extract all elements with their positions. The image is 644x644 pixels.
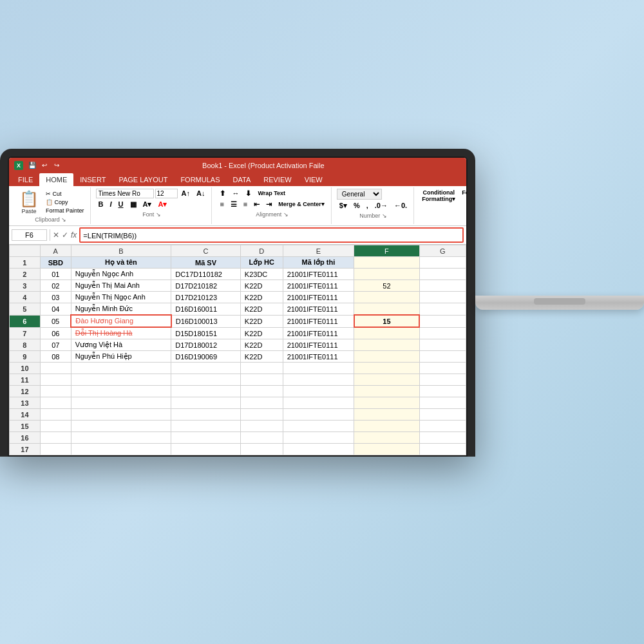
border-button[interactable]: ▦ (128, 200, 139, 209)
cell-d7[interactable]: K22D (240, 327, 283, 339)
cell-b5[interactable]: Nguyễn Minh Đức (71, 303, 171, 316)
col-header-e[interactable]: E (283, 245, 354, 257)
align-bottom-btn[interactable]: ⬇ (243, 189, 254, 198)
cell-g7[interactable] (419, 327, 466, 339)
bold-button[interactable]: B (96, 200, 106, 209)
cell-b13[interactable] (71, 397, 171, 409)
cell-e13[interactable] (283, 397, 354, 409)
cell-d11[interactable] (240, 374, 283, 386)
cell-c3[interactable]: D17D210182 (171, 280, 241, 292)
row-header-15[interactable]: 15 (10, 421, 41, 432)
cell-g9[interactable] (419, 351, 466, 363)
cell-b11[interactable] (71, 374, 171, 386)
align-right-btn[interactable]: ≡ (241, 200, 250, 209)
cell-f12[interactable] (354, 386, 420, 397)
tab-formulas[interactable]: FORMULAS (174, 173, 226, 186)
cell-e2[interactable]: 21001IFTE0111 (283, 269, 354, 280)
cell-e7[interactable]: 21001IFTE0111 (283, 327, 354, 339)
cell-a17[interactable] (40, 444, 71, 455)
cell-d16[interactable] (240, 432, 283, 444)
tab-insert[interactable]: INSERT (73, 173, 112, 186)
fill-color-button[interactable]: A▾ (140, 200, 155, 209)
cell-e4[interactable]: 21001IFTE0111 (283, 292, 354, 303)
row-header-13[interactable]: 13 (10, 397, 41, 409)
cell-c7[interactable]: D15D180151 (171, 327, 241, 339)
cell-f15[interactable] (354, 421, 420, 432)
cell-c15[interactable] (171, 421, 241, 432)
cell-a8[interactable]: 07 (40, 339, 71, 351)
row-header-17[interactable]: 17 (10, 444, 41, 455)
row-header-8[interactable]: 8 (10, 339, 41, 351)
col-header-b[interactable]: B (71, 245, 171, 257)
row-header-10[interactable]: 10 (10, 363, 41, 374)
cell-c4[interactable]: D17D210123 (171, 292, 241, 303)
cell-b4[interactable]: Nguyễn Thị Ngọc Anh (71, 292, 171, 303)
row-header-5[interactable]: 5 (10, 303, 41, 316)
cell-g14[interactable] (419, 409, 466, 421)
cell-e3[interactable]: 21001IFTE0111 (283, 280, 354, 292)
cell-g12[interactable] (419, 386, 466, 397)
conditional-formatting-btn[interactable]: ConditionalFormatting▾ (419, 189, 458, 203)
align-left-btn[interactable]: ≡ (217, 200, 226, 209)
align-middle-btn[interactable]: ↔ (229, 189, 242, 198)
cell-d17[interactable] (240, 444, 283, 455)
col-header-d[interactable]: D (240, 245, 283, 257)
cell-f7[interactable] (354, 327, 420, 339)
cell-g3[interactable] (419, 280, 466, 292)
cell-g13[interactable] (419, 397, 466, 409)
cell-d9[interactable]: K22D (240, 351, 283, 363)
cell-c11[interactable] (171, 374, 241, 386)
merge-center-btn[interactable]: Merge & Center▾ (276, 200, 327, 208)
row-header-1[interactable]: 1 (10, 257, 41, 269)
cell-f4[interactable] (354, 292, 420, 303)
cancel-formula-btn[interactable]: ✕ (53, 231, 59, 240)
cell-b1[interactable]: Họ và tên (71, 257, 171, 269)
cell-e12[interactable] (283, 386, 354, 397)
cell-d10[interactable] (240, 363, 283, 374)
cell-c14[interactable] (171, 409, 241, 421)
cell-g15[interactable] (419, 421, 466, 432)
cell-e15[interactable] (283, 421, 354, 432)
cell-f17[interactable] (354, 444, 420, 455)
cell-f9[interactable] (354, 351, 420, 363)
row-header-4[interactable]: 4 (10, 292, 41, 303)
cell-f5[interactable] (354, 303, 420, 316)
comma-btn[interactable]: , (364, 201, 371, 210)
row-header-7[interactable]: 7 (10, 327, 41, 339)
tab-file[interactable]: FILE (12, 173, 39, 186)
row-header-6[interactable]: 6 (10, 315, 41, 327)
col-header-c[interactable]: C (171, 245, 241, 257)
cell-d15[interactable] (240, 421, 283, 432)
cell-c2[interactable]: DC17D110182 (171, 269, 241, 280)
cell-d4[interactable]: K22D (240, 292, 283, 303)
col-header-g[interactable]: G (419, 245, 466, 257)
cell-d5[interactable]: K22D (240, 303, 283, 316)
font-size-select[interactable] (155, 189, 178, 198)
confirm-formula-btn[interactable]: ✓ (62, 231, 68, 240)
cell-e11[interactable] (283, 374, 354, 386)
cell-a1[interactable]: SBD (40, 257, 71, 269)
cell-e16[interactable] (283, 432, 354, 444)
cell-g16[interactable] (419, 432, 466, 444)
cell-c8[interactable]: D17D180012 (171, 339, 241, 351)
cell-a15[interactable] (40, 421, 71, 432)
formula-input[interactable] (83, 232, 459, 240)
cell-a9[interactable]: 08 (40, 351, 71, 363)
cell-c10[interactable] (171, 363, 241, 374)
currency-btn[interactable]: $▾ (337, 201, 350, 211)
cell-a5[interactable]: 04 (40, 303, 71, 316)
cell-a11[interactable] (40, 374, 71, 386)
cell-c1[interactable]: Mã SV (171, 257, 241, 269)
increase-font-btn[interactable]: A↑ (179, 189, 193, 198)
cut-button[interactable]: ✂ Cut (44, 190, 86, 198)
cell-a14[interactable] (40, 409, 71, 421)
tab-page-layout[interactable]: PAGE LAYOUT (112, 173, 174, 186)
cell-f2[interactable] (354, 269, 420, 280)
cell-b6[interactable]: Đào Hương Giang (71, 315, 171, 327)
cell-b16[interactable] (71, 432, 171, 444)
row-header-16[interactable]: 16 (10, 432, 41, 444)
cell-a10[interactable] (40, 363, 71, 374)
number-format-select[interactable]: General (337, 189, 382, 200)
insert-function-btn[interactable]: fx (71, 231, 77, 240)
align-center-btn[interactable]: ☰ (228, 200, 240, 209)
